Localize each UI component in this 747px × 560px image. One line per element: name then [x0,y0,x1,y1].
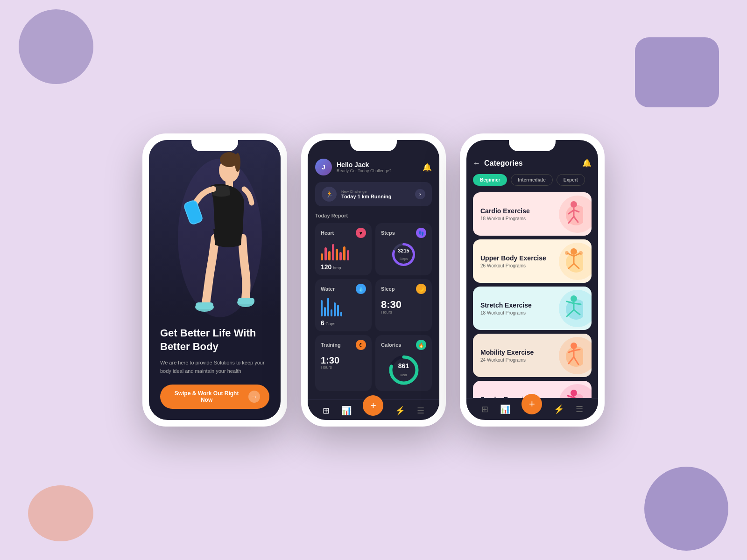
nav-chart-icon[interactable]: 📊 [341,406,352,416]
steps-icon: 👣 [416,228,426,238]
challenge-arrow-icon[interactable]: › [415,189,425,199]
cta-label: Swipe & Work Out Right Now [169,390,244,403]
cat-header-left: ← Categories [473,159,523,168]
bar [343,246,345,260]
category-card-cardio[interactable]: Cardio Exercise 18 Workout Programs [473,192,592,236]
category-card-mobility[interactable]: Mobility Exercise 24 Workout Programs [473,334,592,377]
bell-icon[interactable]: 🔔 [423,163,432,172]
nav-grid-icon-cat[interactable]: ⊞ [481,404,488,414]
tab-beginner[interactable]: Beginner [473,174,507,186]
calories-unit: kcal [400,373,407,377]
categories-title: Categories [484,159,523,168]
sleep-card: Sleep 🌙 8:30 Hours [375,279,432,331]
user-info: J Hello Jack Ready Got Today Challenge? [315,159,391,175]
nav-chart-icon-cat[interactable]: 📊 [500,404,510,414]
user-name: Hello Jack [337,161,391,168]
bg-decoration-bl [28,485,93,541]
heart-label: Heart [321,230,334,236]
bg-decoration-tr [635,37,719,107]
bar [321,253,323,260]
water-bars [321,298,366,316]
challenge-info: New Challenge Today 1 km Running [341,189,391,199]
category-card-stretch[interactable]: Stretch Exercise 18 Workout Programs [473,287,592,330]
back-arrow-icon[interactable]: ← [473,159,480,168]
heart-card: Heart ♥ [315,223,372,275]
training-icon: ⏱ [356,340,366,350]
categories-bell-icon[interactable]: 🔔 [582,159,592,168]
nav-workout-icon[interactable]: ⚡ [395,406,405,416]
challenge-banner[interactable]: 🏃 New Challenge Today 1 km Running › [315,182,432,206]
phones-container: Get Better Life With Better Body We are … [142,133,605,427]
phone-categories: ← Categories 🔔 Beginner Intermediate Exp… [460,133,605,427]
report-title: Today Report [315,213,432,218]
tab-expert[interactable]: Expert [557,174,585,186]
sleep-unit: Hours [381,310,426,315]
mobility-bg-circle [559,337,592,374]
nav-grid-icon[interactable]: ⊞ [323,406,330,416]
heart-bars [321,242,366,260]
svg-rect-8 [196,302,213,309]
stretch-text: Stretch Exercise 18 Workout Programs [480,301,532,315]
bar [327,298,329,316]
nav-workout-icon-cat[interactable]: ⚡ [554,404,564,414]
tab-intermediate[interactable]: Intermediate [511,174,552,186]
bg-decoration-tl [19,9,93,84]
calories-card: Calories 🔥 861 kcal [375,335,432,391]
category-card-upper[interactable]: Upper Body Exercise 26 Workout Programs [473,239,592,283]
cardio-name: Cardio Exercise [480,207,530,215]
challenge-left: 🏃 New Challenge Today 1 km Running [322,187,391,202]
bottom-nav-dashboard: ⊞ 📊 + ⚡ ☰ [308,399,439,420]
filter-tabs: Beginner Intermediate Expert [473,174,592,186]
stats-grid: Heart ♥ [315,223,432,391]
bar [337,305,339,316]
upper-name: Upper Body Exercise [480,254,546,262]
sleep-value-container: 8:30 Hours [381,300,426,315]
bar [321,300,323,316]
challenge-title: Today 1 km Running [341,194,391,199]
cta-button[interactable]: Swipe & Work Out Right Now → [160,385,269,409]
mobility-text: Mobility Exercise 24 Workout Programs [480,348,534,363]
cta-arrow-icon: → [248,391,260,403]
phone3-screen: ← Categories 🔔 Beginner Intermediate Exp… [466,140,598,420]
dashboard-header: J Hello Jack Ready Got Today Challenge? … [315,159,432,175]
hero-content: Get Better Life With Better Body We are … [149,317,281,418]
bar [347,250,349,260]
training-header: Training ⏱ [321,340,366,350]
steps-label: Steps [381,230,395,236]
mobility-name: Mobility Exercise [480,348,534,357]
avatar: J [315,159,332,175]
categories-header: ← Categories 🔔 [473,159,592,168]
bottom-nav-categories: ⊞ 📊 + ⚡ ☰ [466,398,598,420]
water-value: 6 Cups [321,319,366,327]
bar [334,302,336,316]
hero-person-image [169,145,271,317]
phone-welcome: Get Better Life With Better Body We are … [142,133,287,427]
steps-unit: Steps [400,257,408,260]
bar [336,249,338,260]
cardio-bg-circle [559,196,592,233]
nav-menu-icon-cat[interactable]: ☰ [576,404,583,414]
training-card: Training ⏱ 1:30 Hours [315,335,372,391]
calories-ring-container: 861 kcal [381,354,426,386]
notch-2 [350,140,397,151]
bar [332,244,334,260]
phone1-screen: Get Better Life With Better Body We are … [149,140,281,420]
calories-label: Calories [381,342,401,348]
water-icon: 💧 [356,284,366,294]
steps-center: 3215 Steps [398,248,409,262]
bar [324,307,326,316]
nav-add-button[interactable]: + [363,395,383,416]
nav-add-button-cat[interactable]: + [521,394,542,414]
bg-decoration-br [644,467,728,551]
cardio-text: Cardio Exercise 18 Workout Programs [480,207,530,221]
water-label: Water [321,286,335,292]
upper-text: Upper Body Exercise 26 Workout Programs [480,254,546,268]
dashboard-content: J Hello Jack Ready Got Today Challenge? … [308,140,439,399]
nav-menu-icon[interactable]: ☰ [417,406,424,416]
upper-bg-circle [559,243,592,280]
heart-value: 120 bmp [321,263,366,271]
categories-content: ← Categories 🔔 Beginner Intermediate Exp… [466,140,598,420]
upper-programs: 26 Workout Programs [480,263,546,268]
steps-header: Steps 👣 [381,228,426,238]
stretch-programs: 18 Workout Programs [480,310,532,315]
